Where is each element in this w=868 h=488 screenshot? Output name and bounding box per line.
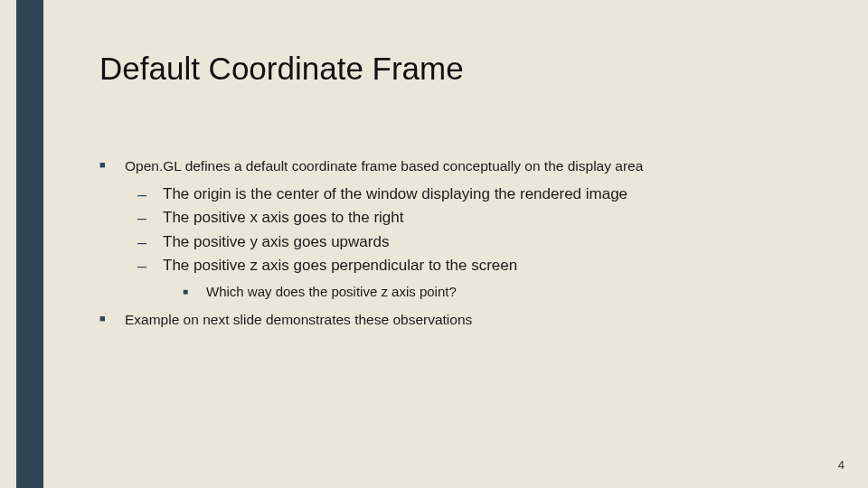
sub-list: The origin is the center of the window d… — [137, 183, 823, 302]
bullet-text: Open.GL defines a default coordinate fra… — [125, 158, 643, 174]
bullet-list: Open.GL defines a default coordinate fra… — [99, 157, 823, 329]
list-item: Which way does the positive z axis point… — [183, 282, 823, 303]
bullet-text: The origin is the center of the window d… — [163, 185, 627, 202]
list-item: The positive x axis goes to the right — [137, 206, 823, 230]
sub-sub-list: Which way does the positive z axis point… — [183, 282, 823, 303]
list-item: The positive y axis goes upwards — [137, 230, 823, 254]
list-item: The origin is the center of the window d… — [137, 183, 823, 206]
bullet-text: The positive z axis goes perpendicular t… — [163, 257, 517, 274]
bullet-text: Example on next slide demonstrates these… — [125, 312, 472, 327]
list-item: Open.GL defines a default coordinate fra… — [99, 157, 823, 302]
bullet-text: The positive x axis goes to the right — [163, 209, 403, 226]
slide-content: Default Coordinate Frame Open.GL defines… — [99, 51, 823, 334]
page-number: 4 — [838, 458, 844, 472]
bullet-text: Which way does the positive z axis point… — [206, 284, 457, 299]
list-item: The positive z axis goes perpendicular t… — [137, 254, 823, 302]
list-item: Example on next slide demonstrates these… — [99, 311, 823, 329]
slide-title: Default Coordinate Frame — [99, 51, 823, 87]
bullet-text: The positive y axis goes upwards — [163, 233, 389, 250]
accent-bar — [16, 0, 43, 488]
